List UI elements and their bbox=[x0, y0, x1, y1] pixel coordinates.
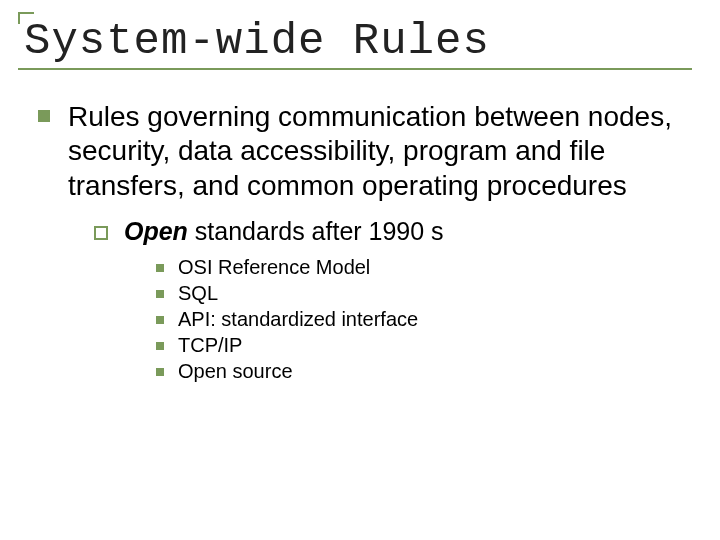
square-bullet-icon bbox=[38, 110, 50, 122]
title-corner-decoration bbox=[18, 12, 34, 24]
bullet-level2: Open standards after 1990 s bbox=[94, 217, 684, 246]
list-item: API: standardized interface bbox=[178, 308, 418, 331]
bullet-level3: SQL bbox=[156, 282, 684, 305]
slide: System-wide Rules Rules governing commun… bbox=[0, 0, 720, 540]
content-area: Rules governing communication between no… bbox=[24, 100, 692, 382]
list-item: Open source bbox=[178, 360, 293, 383]
sub-point-rest: standards after 1990 s bbox=[188, 217, 444, 245]
bullet-level1: Rules governing communication between no… bbox=[38, 100, 684, 202]
small-square-bullet-icon bbox=[156, 316, 164, 324]
list-item: TCP/IP bbox=[178, 334, 242, 357]
main-point-text: Rules governing communication between no… bbox=[68, 100, 684, 202]
bullet-level3: OSI Reference Model bbox=[156, 256, 684, 279]
bullet-level3: API: standardized interface bbox=[156, 308, 684, 331]
sub-point-emphasis: Open bbox=[124, 217, 188, 245]
small-square-bullet-icon bbox=[156, 342, 164, 350]
title-underline: System-wide Rules bbox=[18, 18, 692, 70]
list-item: SQL bbox=[178, 282, 218, 305]
small-square-bullet-icon bbox=[156, 264, 164, 272]
small-square-bullet-icon bbox=[156, 290, 164, 298]
slide-title: System-wide Rules bbox=[24, 18, 692, 64]
list-item: OSI Reference Model bbox=[178, 256, 370, 279]
sub-point-text: Open standards after 1990 s bbox=[124, 217, 444, 246]
bullet-level3: Open source bbox=[156, 360, 684, 383]
small-square-bullet-icon bbox=[156, 368, 164, 376]
open-square-bullet-icon bbox=[94, 226, 108, 240]
bullet-level3: TCP/IP bbox=[156, 334, 684, 357]
